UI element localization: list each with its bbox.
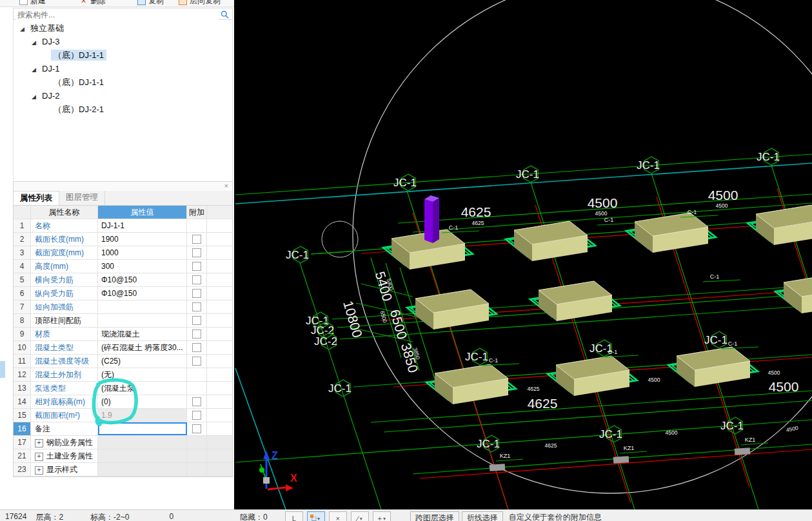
property-table: 属性名称属性值附加1名称DJ-1-12截面长度(mm)19003截面宽度(mm)… [14,206,232,477]
row-number: 3 [14,246,31,259]
copy-between-floors-button[interactable]: 层间复制 [179,0,221,7]
property-row[interactable]: 15截面面积(m²)1.9 [14,409,232,422]
axis-bubble-label[interactable]: JC-2 [314,335,337,348]
header-rest-cell [207,206,232,219]
attach-checkbox[interactable] [192,302,201,311]
rest-cell [207,422,232,435]
rest-cell [207,355,232,368]
attach-cell [187,246,207,259]
axis-bubble-label[interactable]: JC-1 [286,249,309,261]
axis-bubble-label[interactable]: JC-1 [477,438,500,450]
search-input[interactable] [16,9,219,20]
expander-icon[interactable]: ◢ [32,90,39,104]
copy-button[interactable]: 复制 [137,0,164,7]
expander-icon[interactable]: ◢ [32,36,39,50]
attach-checkbox[interactable] [192,357,201,366]
cross-layer-select-button[interactable]: 跨图层选择 [410,511,459,521]
property-row[interactable]: 11混凝土强度等级(C25) [14,355,232,368]
property-row[interactable]: 23+显示样式 [14,463,232,477]
expand-plus-icon[interactable]: + [35,466,43,475]
component-ref-label: C-1 [608,349,618,355]
tab-layer-manage[interactable]: 图层管理 [59,191,105,205]
axis-bubble-label[interactable]: JC-1 [704,334,728,346]
attach-checkbox[interactable] [192,235,201,244]
attach-checkbox[interactable] [192,289,201,298]
expander-icon[interactable]: ◢ [20,23,28,36]
attach-checkbox[interactable] [192,343,201,352]
property-row[interactable]: 3截面宽度(mm)1000 [14,246,232,260]
attach-checkbox[interactable] [192,397,201,406]
property-value: 1000 [98,246,187,259]
attach-checkbox[interactable] [192,316,201,325]
attach-checkbox[interactable] [192,411,201,420]
property-row[interactable]: 17+钢筋业务属性 [14,436,232,449]
property-row[interactable]: 21+土建业务属性 [14,449,232,463]
tree-item[interactable]: ◢DJ-3 [14,35,232,48]
dropdown-arrow-icon: ▾ [383,516,386,521]
axis-bubble-label[interactable]: JC-1 [393,177,417,189]
property-value: (C25) [98,355,187,368]
plus-snap-icon[interactable]: +▾ [373,511,391,521]
property-row[interactable]: 13泵送类型(混凝土泵 [14,382,232,395]
tree-item[interactable]: ◢独立基础 [14,21,232,35]
close-icon[interactable]: × [224,182,228,190]
property-row[interactable]: 10混凝土类型(碎石混凝土 坍落度30... [14,341,232,355]
axis-bubble-label[interactable]: JC-1 [757,151,780,163]
axis-bubble-label[interactable]: JC-1 [516,168,539,181]
tree-item[interactable]: （底）DJ-1-1 [14,48,232,62]
axis-bubble-label[interactable]: JC-1 [720,420,744,432]
property-value-input[interactable] [98,422,187,435]
property-value: Φ10@150 [98,273,187,286]
box-select-icon[interactable]: □▾ [307,511,325,521]
property-row[interactable]: 4高度(mm)300 [14,260,232,273]
attach-checkbox[interactable] [192,262,201,271]
rest-cell [207,368,232,381]
attach-cell [187,328,207,340]
property-row[interactable]: 5横向受力筋Φ10@150 [14,273,232,287]
attach-checkbox[interactable] [192,248,201,257]
search-icon[interactable] [221,10,229,19]
cad-viewport[interactable]: JC-1JC-1JC-1JC-1JC-1JC-1JC-2JC-2JC-1JC-1… [234,0,812,509]
property-row[interactable]: 14相对底标高(m)(0) [14,395,232,409]
tree-item[interactable]: （底）DJ-2-1 [14,103,232,116]
axis-bubble-label[interactable]: JC-1 [637,159,660,172]
tab-property-list[interactable]: 属性列表 [14,191,59,205]
axis-bubble-label[interactable]: JC-1 [599,428,622,440]
dimension-label-small: 4500 [768,369,780,376]
property-value: (0) [98,395,187,408]
new-button[interactable]: 新建 [19,0,46,7]
property-row[interactable]: 9材质现浇混凝土 [14,328,232,341]
axis-bubble-label[interactable]: JC-1 [465,351,488,363]
cross-select-icon[interactable]: × [329,511,347,521]
property-row[interactable]: 2截面长度(mm)1900 [14,233,232,246]
property-value: 1900 [98,233,187,246]
expand-plus-icon[interactable]: + [35,453,43,461]
axis-bubble-label[interactable]: JC-1 [328,382,352,395]
dimension-label-small: 4500 [666,429,678,436]
rest-cell [207,341,232,354]
property-row[interactable]: 16备注 [14,422,232,436]
corner-snap-icon[interactable]: L [285,511,303,521]
delete-button[interactable]: ✕删除 [81,0,106,7]
attach-checkbox[interactable] [192,329,201,339]
attach-checkbox[interactable] [192,275,201,284]
attach-checkbox[interactable] [192,424,201,433]
pick-point-icon[interactable]: ∕▾ [351,511,369,521]
property-row[interactable]: 7短向加强筋 [14,300,232,314]
status-text-3: 0 [169,512,173,521]
search-box[interactable] [13,8,233,20]
property-row[interactable]: 12混凝土外加剂(无) [14,368,232,382]
orange-marker [310,515,313,518]
selected-column-left-face[interactable] [424,199,433,243]
expand-plus-icon[interactable]: + [35,439,43,447]
tree-item[interactable]: ◢DJ-1 [14,62,232,75]
property-value: 300 [98,260,187,273]
property-row[interactable]: 6纵向受力筋Φ10@150 [14,287,232,300]
side-panel-tab[interactable] [0,361,5,378]
property-row[interactable]: 1名称DJ-1-1 [14,219,232,233]
tree-item[interactable]: （底）DJ-1-1 [14,75,232,89]
polyline-select-button[interactable]: 折线选择 [462,511,503,521]
property-row[interactable]: 8顶部柱间配筋 [14,314,232,328]
expander-icon[interactable]: ◢ [32,63,39,77]
tree-item[interactable]: ◢DJ-2 [14,89,232,103]
